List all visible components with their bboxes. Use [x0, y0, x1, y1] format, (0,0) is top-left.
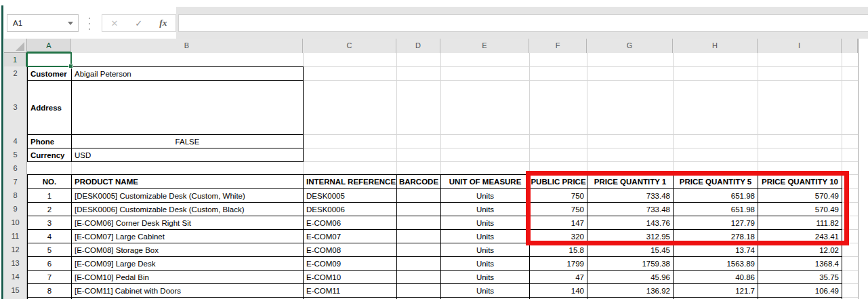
customer-label-cell[interactable]: Phone — [27, 134, 72, 148]
select-all-corner[interactable] — [4, 39, 27, 53]
table-header-cell[interactable]: NO. — [27, 174, 72, 189]
table-cell[interactable]: 3 — [27, 216, 72, 230]
fill-handle[interactable] — [68, 64, 73, 68]
table-cell[interactable]: 106.49 — [758, 283, 842, 298]
customer-value-cell[interactable]: FALSE — [71, 134, 304, 148]
table-cell[interactable] — [396, 243, 441, 257]
table-cell[interactable]: 40.86 — [673, 270, 758, 284]
table-header-cell[interactable]: PRODUCT NAME — [71, 174, 304, 189]
selected-cell-outline[interactable] — [26, 52, 72, 67]
customer-value-cell[interactable]: Abigail Peterson — [71, 66, 304, 81]
table-cell[interactable] — [396, 202, 441, 216]
column-header-a[interactable]: A — [27, 39, 71, 53]
table-cell[interactable]: Units — [440, 256, 530, 271]
table-cell[interactable]: E-COM10 — [303, 270, 397, 284]
table-cell[interactable]: DESK0006 — [303, 202, 397, 216]
table-cell[interactable]: DESK0005 — [303, 188, 397, 203]
customer-label-cell[interactable]: Currency — [27, 148, 72, 162]
table-cell[interactable]: [DESK0005] Customizable Desk (Custom, Wh… — [71, 188, 304, 203]
row-header-1[interactable]: 1 — [4, 53, 27, 67]
column-header-b[interactable]: B — [71, 39, 303, 53]
customer-value-cell[interactable]: USD — [71, 148, 304, 162]
insert-function-icon[interactable]: fx — [159, 18, 167, 28]
table-cell[interactable]: Units — [440, 216, 530, 230]
table-cell[interactable]: [DESK0006] Customizable Desk (Custom, Bl… — [71, 202, 304, 216]
table-header-cell[interactable]: INTERNAL REFERENCE — [303, 174, 397, 189]
table-cell[interactable]: 6 — [27, 256, 72, 271]
column-header-f[interactable]: F — [529, 39, 587, 53]
customer-label-cell[interactable]: Customer — [27, 66, 72, 81]
table-cell[interactable]: 1759.38 — [587, 256, 674, 271]
table-cell[interactable]: 140 — [529, 283, 587, 298]
table-cell[interactable]: 2 — [27, 202, 72, 216]
table-cell[interactable] — [396, 270, 441, 284]
table-cell[interactable]: 121.7 — [673, 283, 758, 298]
row-header-13[interactable]: 13 — [4, 256, 27, 271]
column-header-h[interactable]: H — [673, 39, 758, 53]
name-box[interactable]: A1 — [7, 14, 79, 32]
table-cell[interactable]: 1799 — [529, 256, 587, 271]
row-header-5[interactable]: 5 — [4, 148, 27, 162]
table-cell[interactable]: [E-COM07] Large Cabinet — [71, 229, 304, 243]
table-cell[interactable]: E-COM07 — [303, 229, 397, 243]
table-cell[interactable]: E-COM11 — [303, 283, 397, 298]
table-cell[interactable]: E-COM09 — [303, 256, 397, 271]
table-cell[interactable]: 7 — [27, 270, 72, 284]
table-cell[interactable]: Units — [440, 243, 530, 257]
customer-label-cell[interactable]: Address — [27, 80, 72, 135]
table-cell[interactable]: E-COM06 — [303, 216, 397, 230]
table-cell[interactable]: [E-COM11] Cabinet with Doors — [71, 283, 304, 298]
column-header-g[interactable]: G — [587, 39, 673, 53]
table-cell[interactable] — [396, 256, 441, 271]
formula-bar-splitter-icon[interactable] — [88, 18, 91, 30]
table-cell[interactable]: 1 — [27, 188, 72, 203]
row-header-14[interactable]: 14 — [4, 270, 27, 284]
column-header-e[interactable]: E — [440, 39, 529, 53]
table-cell[interactable]: Units — [440, 283, 530, 298]
table-cell[interactable] — [396, 283, 441, 298]
customer-value-cell[interactable] — [71, 80, 304, 135]
table-cell[interactable]: Units — [440, 229, 530, 243]
table-cell[interactable]: 4 — [27, 229, 72, 243]
table-cell[interactable]: [E-COM08] Storage Box — [71, 243, 304, 257]
row-header-9[interactable]: 9 — [4, 202, 27, 216]
table-cell[interactable]: 35.75 — [758, 270, 842, 284]
table-cell[interactable] — [396, 216, 441, 230]
table-cell[interactable]: Units — [440, 270, 530, 284]
enter-icon[interactable]: ✓ — [135, 18, 142, 28]
table-cell[interactable]: [E-COM10] Pedal Bin — [71, 270, 304, 284]
table-cell[interactable]: E-COM08 — [303, 243, 397, 257]
table-cell[interactable]: 1563.89 — [673, 256, 758, 271]
table-cell[interactable]: 47 — [529, 270, 587, 284]
table-cell[interactable]: [E-COM06] Corner Desk Right Sit — [71, 216, 304, 230]
row-header-8[interactable]: 8 — [4, 188, 27, 203]
row-header-6[interactable]: 6 — [4, 161, 27, 175]
column-header-c[interactable]: C — [303, 39, 396, 53]
table-cell[interactable]: 1368.4 — [758, 256, 842, 271]
row-header-4[interactable]: 4 — [4, 134, 27, 148]
table-cell[interactable]: Units — [440, 202, 530, 216]
column-header-d[interactable]: D — [396, 39, 440, 53]
column-header-partial[interactable] — [842, 39, 858, 53]
table-cell[interactable]: 136.92 — [587, 283, 674, 298]
table-cell[interactable]: 5 — [27, 243, 72, 257]
formula-input[interactable] — [178, 14, 868, 32]
name-box-dropdown-icon[interactable] — [68, 22, 73, 25]
table-cell[interactable]: Units — [440, 188, 530, 203]
table-cell[interactable] — [396, 229, 441, 243]
table-cell[interactable]: 45.96 — [587, 270, 674, 284]
table-cell[interactable]: 8 — [27, 283, 72, 298]
table-header-cell[interactable]: UNIT OF MEASURE — [440, 174, 530, 189]
column-header-i[interactable]: I — [758, 39, 842, 53]
row-header-12[interactable]: 12 — [4, 243, 27, 257]
table-header-cell[interactable]: BARCODE — [396, 174, 441, 189]
row-header-7[interactable]: 7 — [4, 174, 27, 189]
row-header-15[interactable]: 15 — [4, 283, 27, 298]
table-cell[interactable] — [396, 188, 441, 203]
table-cell[interactable]: [E-COM09] Large Desk — [71, 256, 304, 271]
row-header-2[interactable]: 2 — [4, 66, 27, 81]
row-header-3[interactable]: 3 — [4, 80, 27, 135]
row-header-11[interactable]: 11 — [4, 229, 27, 243]
row-header-10[interactable]: 10 — [4, 216, 27, 230]
cancel-icon[interactable]: ✕ — [110, 18, 118, 28]
